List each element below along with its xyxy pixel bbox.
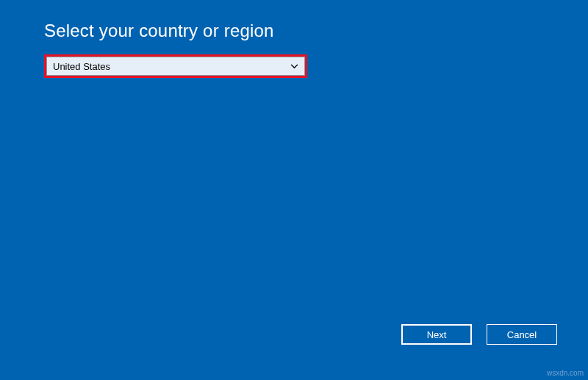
watermark-text: wsxdn.com xyxy=(547,369,584,377)
chevron-down-icon xyxy=(290,62,298,71)
country-region-dropdown[interactable]: United States xyxy=(46,57,305,76)
dropdown-selected-value: United States xyxy=(53,61,110,72)
dropdown-highlight-frame: United States xyxy=(44,54,307,78)
page-title: Select your country or region xyxy=(44,21,544,41)
button-row: Next Cancel xyxy=(401,324,557,345)
main-content: Select your country or region United Sta… xyxy=(0,0,588,98)
cancel-button[interactable]: Cancel xyxy=(487,324,557,345)
next-button[interactable]: Next xyxy=(401,324,472,345)
